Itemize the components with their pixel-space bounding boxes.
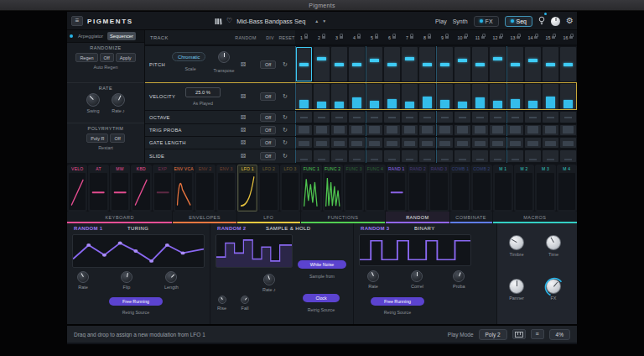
seq-cell-pitch-2[interactable] xyxy=(314,47,330,81)
seq-cell-octave-13[interactable] xyxy=(507,112,523,123)
velocity-mode-label[interactable]: As Played xyxy=(179,101,227,106)
seq-cell-velocity-8[interactable] xyxy=(419,84,435,109)
step-lock-icon[interactable] xyxy=(322,36,325,39)
seq-cell-octave-4[interactable] xyxy=(349,112,365,123)
seq-cell-velocity-11[interactable] xyxy=(472,84,488,109)
seq-cell-slide-13[interactable] xyxy=(507,150,523,162)
seq-cell-velocity-4[interactable] xyxy=(349,84,365,109)
seq-cell-trig-proba-2[interactable] xyxy=(314,125,330,135)
random2-retrig-source-label[interactable]: Retrig Source xyxy=(296,307,346,312)
seq-cell-trig-proba-13[interactable] xyxy=(507,125,523,135)
seq-cell-gate-length-11[interactable] xyxy=(472,138,488,148)
seq-cell-pitch-16[interactable] xyxy=(560,47,576,81)
seq-cell-trig-proba-5[interactable] xyxy=(366,125,382,135)
step-header-5[interactable]: 5 xyxy=(366,30,383,44)
seq-cell-slide-15[interactable] xyxy=(543,150,558,162)
seq-cell-octave-2[interactable] xyxy=(314,112,330,123)
gate-length-div-off-button[interactable]: Off xyxy=(260,139,276,147)
seq-cell-octave-9[interactable] xyxy=(437,112,453,123)
step-lock-icon[interactable] xyxy=(392,36,396,39)
seq-cell-pitch-8[interactable] xyxy=(419,47,435,81)
seq-cell-velocity-1[interactable] xyxy=(296,84,312,109)
seq-cell-gate-length-8[interactable] xyxy=(419,138,435,148)
step-header-3[interactable]: 3 xyxy=(330,30,348,44)
poly-r-button[interactable]: Poly R xyxy=(86,134,108,143)
mod-group-envelopes[interactable]: ENVELOPES xyxy=(173,212,236,223)
seq-cell-trig-proba-12[interactable] xyxy=(490,125,506,135)
seq-cell-gate-length-15[interactable] xyxy=(543,138,558,148)
white-noise-button[interactable]: White Noise xyxy=(298,260,346,269)
step-header-7[interactable]: 7 xyxy=(401,30,418,44)
random2-rate-knob[interactable] xyxy=(263,274,275,285)
octave-reset-icon[interactable]: ↻ xyxy=(283,114,288,121)
fall-knob[interactable] xyxy=(241,296,249,304)
seq-cell-trig-proba-3[interactable] xyxy=(331,125,347,135)
mod-slot-m-1[interactable]: M 1 xyxy=(493,165,513,212)
seq-cell-pitch-11[interactable] xyxy=(472,47,488,81)
seq-cell-slide-14[interactable] xyxy=(525,150,541,162)
mod-group-random[interactable]: RANDOM xyxy=(386,212,449,223)
seq-cell-gate-length-6[interactable] xyxy=(384,138,400,148)
step-header-13[interactable]: 13 xyxy=(506,30,524,44)
polyrhythm-off-toggle[interactable]: Off xyxy=(110,134,124,143)
seq-cell-velocity-2[interactable] xyxy=(314,84,330,109)
pitch-scale-mode-button[interactable]: Chromatic xyxy=(172,52,205,61)
mod-slot-kbd[interactable]: KBD xyxy=(131,165,151,212)
random2-waveform-display[interactable] xyxy=(216,234,293,268)
random1-rate-knob[interactable] xyxy=(77,271,89,283)
seq-cell-gate-length-10[interactable] xyxy=(454,138,470,148)
mod-slot-env-vca[interactable]: ENV VCA xyxy=(174,165,194,212)
sync-note-icon[interactable]: ♪ xyxy=(273,287,276,292)
mod-slot-comb-1[interactable]: COMB 1 xyxy=(450,165,470,212)
octave-dice-icon[interactable]: ⚄ xyxy=(241,114,246,121)
macro-menu-button[interactable]: ≡ xyxy=(531,329,544,339)
step-lock-icon[interactable] xyxy=(428,36,431,39)
seq-cell-octave-11[interactable] xyxy=(472,112,488,123)
mod-slot-func-4[interactable]: FUNC 4 xyxy=(365,165,385,212)
step-header-2[interactable]: 2 xyxy=(313,30,330,44)
transpose-knob[interactable] xyxy=(218,51,230,63)
seq-cell-octave-16[interactable] xyxy=(560,112,576,123)
seq-cell-trig-proba-4[interactable] xyxy=(349,125,365,135)
seq-cell-gate-length-9[interactable] xyxy=(437,138,453,148)
mod-slot-env-2[interactable]: ENV 2 xyxy=(195,165,215,212)
time-macro-knob[interactable] xyxy=(546,235,561,250)
mod-slot-lfo-2[interactable]: LFO 2 xyxy=(258,165,278,212)
step-lock-icon[interactable] xyxy=(375,36,378,39)
seq-cell-slide-7[interactable] xyxy=(402,150,418,162)
mod-slot-rand-3[interactable]: RAND 3 xyxy=(428,165,449,212)
seq-cell-velocity-3[interactable] xyxy=(331,84,347,109)
random1-length-knob[interactable] xyxy=(165,271,177,283)
preset-browser-icon[interactable] xyxy=(215,13,222,29)
mod-slot-env-3[interactable]: ENV 3 xyxy=(216,165,236,212)
mod-group-keyboard[interactable]: KEYBOARD xyxy=(67,212,172,223)
trig-proba-div-off-button[interactable]: Off xyxy=(260,126,276,134)
seq-cell-pitch-7[interactable] xyxy=(402,47,418,81)
seq-cell-velocity-9[interactable] xyxy=(437,84,453,109)
seq-cell-gate-length-3[interactable] xyxy=(331,138,347,148)
fx-macro-knob[interactable] xyxy=(546,279,561,294)
mod-slot-rand-1[interactable]: RAND 1 xyxy=(387,165,407,212)
step-header-4[interactable]: 4 xyxy=(348,30,366,44)
slide-dice-icon[interactable]: ⚄ xyxy=(241,153,246,160)
random3-waveform-display[interactable] xyxy=(359,234,471,266)
seq-cell-velocity-7[interactable] xyxy=(402,84,418,109)
step-header-11[interactable]: 11 xyxy=(471,30,489,44)
seq-cell-pitch-12[interactable] xyxy=(490,47,506,81)
step-header-15[interactable]: 15 xyxy=(542,30,559,44)
seq-cell-velocity-15[interactable] xyxy=(543,84,558,109)
step-header-16[interactable]: 16 xyxy=(559,30,577,44)
mod-group-combinate[interactable]: COMBINATE xyxy=(450,212,492,223)
apply-button[interactable]: Apply xyxy=(116,53,136,62)
seq-cell-trig-proba-14[interactable] xyxy=(525,125,541,135)
randomize-off-toggle[interactable]: Off xyxy=(100,53,114,62)
random3-free-running-button[interactable]: Free Running xyxy=(371,297,424,306)
seq-cell-gate-length-12[interactable] xyxy=(490,138,506,148)
mod-slot-func-3[interactable]: FUNC 3 xyxy=(344,165,364,212)
velocity-dice-icon[interactable]: ⚄ xyxy=(241,93,246,100)
step-lock-icon[interactable] xyxy=(445,36,449,39)
mod-group-lfo[interactable]: LFO xyxy=(237,212,300,223)
mod-slot-m-3[interactable]: M 3 xyxy=(535,165,555,212)
seq-cell-slide-8[interactable] xyxy=(419,150,435,162)
step-lock-icon[interactable] xyxy=(481,36,485,39)
